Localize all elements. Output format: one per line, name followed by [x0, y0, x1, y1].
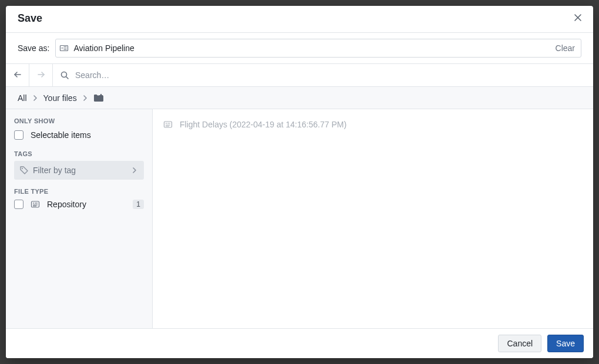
- checkbox-icon: [14, 130, 23, 140]
- save-dialog: Save Save as:: [6, 6, 593, 358]
- svg-rect-3: [62, 47, 63, 49]
- search-input[interactable]: [74, 64, 593, 86]
- tags-section: TAGS Filter by tag: [14, 150, 144, 180]
- chevron-right-icon: [131, 167, 138, 174]
- file-type-repository[interactable]: Repository 1: [14, 198, 144, 210]
- folder-new-icon[interactable]: [93, 94, 104, 102]
- list-item-label: Flight Delays (2022-04-19 at 14:16:56.77…: [180, 120, 346, 129]
- filter-by-tag-label: Filter by tag: [33, 166, 76, 175]
- save-button[interactable]: Save: [547, 335, 584, 352]
- search-wrap: [53, 64, 593, 86]
- file-type-label: Repository: [47, 200, 126, 209]
- content-area: Flight Delays (2022-04-19 at 14:16:56.77…: [153, 109, 593, 328]
- filter-by-tag-button[interactable]: Filter by tag: [14, 161, 144, 180]
- file-type-count: 1: [133, 200, 144, 209]
- file-type-heading: FILE TYPE: [14, 188, 144, 195]
- only-show-heading: ONLY SHOW: [14, 117, 144, 124]
- svg-line-10: [66, 77, 68, 79]
- arrow-right-icon: [36, 70, 46, 81]
- tag-filter-left: Filter by tag: [20, 166, 76, 175]
- tags-heading: TAGS: [14, 150, 144, 157]
- pipeline-icon: [59, 43, 69, 53]
- clear-button[interactable]: Clear: [553, 42, 577, 54]
- breadcrumb-your-files[interactable]: Your files: [43, 93, 77, 103]
- save-as-input[interactable]: [72, 43, 553, 53]
- checkbox-icon: [14, 200, 23, 209]
- search-icon: [60, 70, 69, 80]
- save-as-row: Save as: Clear: [6, 33, 593, 63]
- svg-rect-12: [99, 95, 103, 96]
- save-as-label: Save as:: [18, 43, 49, 53]
- backdrop: Save Save as:: [0, 0, 599, 364]
- repository-icon: [31, 200, 40, 209]
- filter-sidebar: ONLY SHOW Selectable items TAGS: [6, 109, 153, 328]
- svg-point-15: [33, 203, 34, 204]
- arrow-left-icon: [13, 70, 22, 81]
- dialog-title: Save: [18, 12, 42, 25]
- dialog-footer: Cancel Save: [6, 328, 593, 358]
- chevron-right-icon: [32, 95, 39, 102]
- nav-back-button[interactable]: [6, 64, 29, 86]
- dialog-body: ONLY SHOW Selectable items TAGS: [6, 109, 593, 328]
- tag-icon: [20, 166, 28, 174]
- nav-forward-button[interactable]: [29, 64, 53, 86]
- nav-row: [6, 63, 593, 87]
- cancel-button[interactable]: Cancel: [498, 335, 541, 352]
- only-show-section: ONLY SHOW Selectable items: [14, 117, 144, 142]
- selectable-items-checkbox[interactable]: Selectable items: [14, 128, 144, 142]
- breadcrumb-all[interactable]: All: [18, 93, 27, 103]
- svg-point-13: [22, 168, 23, 169]
- repository-icon: [163, 120, 173, 129]
- save-as-input-wrap: Clear: [55, 39, 581, 58]
- breadcrumb: All Your files: [6, 87, 593, 109]
- chevron-right-icon: [82, 95, 89, 102]
- close-icon: [573, 13, 583, 24]
- svg-point-20: [166, 123, 167, 124]
- selectable-items-label: Selectable items: [31, 130, 91, 140]
- svg-point-9: [62, 72, 67, 77]
- dialog-header: Save: [6, 6, 593, 33]
- file-type-section: FILE TYPE Repository: [14, 188, 144, 210]
- close-button[interactable]: [571, 11, 585, 26]
- list-item[interactable]: Flight Delays (2022-04-19 at 14:16:56.77…: [163, 116, 583, 133]
